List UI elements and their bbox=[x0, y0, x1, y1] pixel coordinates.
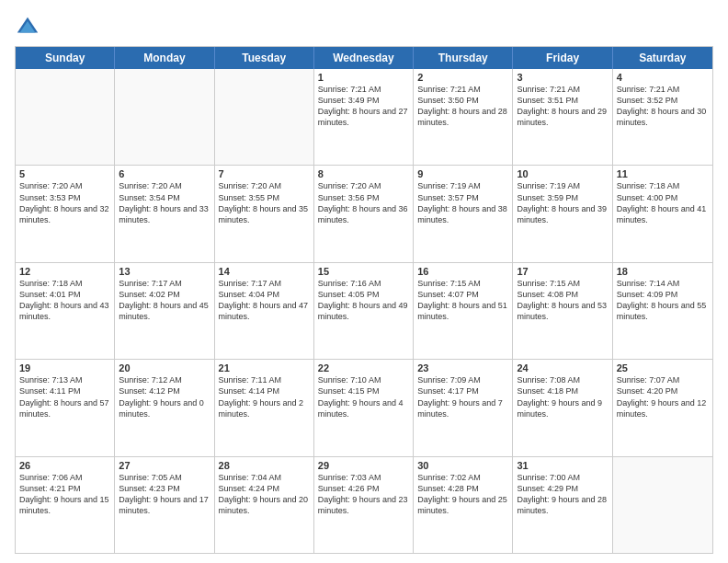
day-info: Sunrise: 7:18 AM Sunset: 4:00 PM Dayligh… bbox=[617, 180, 709, 225]
calendar-cell bbox=[613, 457, 712, 553]
calendar-cell: 1Sunrise: 7:21 AM Sunset: 3:49 PM Daylig… bbox=[314, 69, 414, 165]
day-info: Sunrise: 7:18 AM Sunset: 4:01 PM Dayligh… bbox=[19, 278, 110, 323]
calendar-row-5: 26Sunrise: 7:06 AM Sunset: 4:21 PM Dayli… bbox=[16, 456, 712, 553]
calendar-cell: 23Sunrise: 7:09 AM Sunset: 4:17 PM Dayli… bbox=[414, 360, 513, 455]
calendar-cell bbox=[115, 69, 214, 165]
calendar-cell: 24Sunrise: 7:08 AM Sunset: 4:18 PM Dayli… bbox=[513, 360, 612, 455]
header-day-tuesday: Tuesday bbox=[215, 47, 314, 69]
calendar-cell: 8Sunrise: 7:20 AM Sunset: 3:56 PM Daylig… bbox=[314, 166, 414, 261]
day-number: 12 bbox=[19, 266, 110, 277]
day-number: 22 bbox=[318, 362, 409, 373]
day-number: 16 bbox=[417, 266, 508, 277]
day-info: Sunrise: 7:13 AM Sunset: 4:11 PM Dayligh… bbox=[19, 374, 110, 419]
day-info: Sunrise: 7:09 AM Sunset: 4:17 PM Dayligh… bbox=[417, 374, 508, 419]
calendar-cell: 16Sunrise: 7:15 AM Sunset: 4:07 PM Dayli… bbox=[414, 263, 513, 359]
day-info: Sunrise: 7:17 AM Sunset: 4:02 PM Dayligh… bbox=[119, 278, 210, 323]
day-info: Sunrise: 7:02 AM Sunset: 4:28 PM Dayligh… bbox=[417, 472, 508, 517]
day-number: 13 bbox=[119, 266, 210, 277]
calendar-cell: 6Sunrise: 7:20 AM Sunset: 3:54 PM Daylig… bbox=[115, 166, 214, 261]
calendar-cell: 29Sunrise: 7:03 AM Sunset: 4:26 PM Dayli… bbox=[314, 457, 414, 553]
day-info: Sunrise: 7:15 AM Sunset: 4:07 PM Dayligh… bbox=[417, 278, 508, 323]
day-number: 23 bbox=[417, 362, 508, 373]
calendar-cell bbox=[215, 69, 314, 165]
day-info: Sunrise: 7:12 AM Sunset: 4:12 PM Dayligh… bbox=[119, 374, 210, 419]
header-day-saturday: Saturday bbox=[613, 47, 712, 69]
day-info: Sunrise: 7:20 AM Sunset: 3:55 PM Dayligh… bbox=[219, 180, 310, 225]
header-day-sunday: Sunday bbox=[16, 47, 115, 69]
day-number: 9 bbox=[417, 168, 508, 179]
day-info: Sunrise: 7:15 AM Sunset: 4:08 PM Dayligh… bbox=[517, 278, 608, 323]
day-info: Sunrise: 7:05 AM Sunset: 4:23 PM Dayligh… bbox=[119, 472, 210, 517]
day-number: 27 bbox=[119, 460, 210, 471]
day-info: Sunrise: 7:10 AM Sunset: 4:15 PM Dayligh… bbox=[318, 374, 409, 419]
day-number: 29 bbox=[318, 460, 409, 471]
day-number: 26 bbox=[19, 460, 110, 471]
day-info: Sunrise: 7:19 AM Sunset: 3:57 PM Dayligh… bbox=[417, 180, 508, 225]
header-day-monday: Monday bbox=[115, 47, 214, 69]
day-info: Sunrise: 7:20 AM Sunset: 3:54 PM Dayligh… bbox=[119, 180, 210, 225]
calendar-body: 1Sunrise: 7:21 AM Sunset: 3:49 PM Daylig… bbox=[16, 69, 712, 553]
calendar-cell: 20Sunrise: 7:12 AM Sunset: 4:12 PM Dayli… bbox=[115, 360, 214, 455]
day-info: Sunrise: 7:08 AM Sunset: 4:18 PM Dayligh… bbox=[517, 374, 608, 419]
calendar-cell: 10Sunrise: 7:19 AM Sunset: 3:59 PM Dayli… bbox=[513, 166, 612, 261]
calendar-row-3: 12Sunrise: 7:18 AM Sunset: 4:01 PM Dayli… bbox=[16, 262, 712, 359]
calendar: SundayMondayTuesdayWednesdayThursdayFrid… bbox=[15, 46, 713, 554]
calendar-cell: 19Sunrise: 7:13 AM Sunset: 4:11 PM Dayli… bbox=[16, 360, 115, 455]
calendar-cell: 31Sunrise: 7:00 AM Sunset: 4:29 PM Dayli… bbox=[513, 457, 612, 553]
day-number: 19 bbox=[19, 362, 110, 373]
day-info: Sunrise: 7:21 AM Sunset: 3:50 PM Dayligh… bbox=[417, 84, 508, 129]
day-info: Sunrise: 7:19 AM Sunset: 3:59 PM Dayligh… bbox=[517, 180, 608, 225]
day-number: 17 bbox=[517, 266, 608, 277]
calendar-cell: 11Sunrise: 7:18 AM Sunset: 4:00 PM Dayli… bbox=[613, 166, 712, 261]
calendar-cell: 4Sunrise: 7:21 AM Sunset: 3:52 PM Daylig… bbox=[613, 69, 712, 165]
day-number: 6 bbox=[119, 168, 210, 179]
header bbox=[15, 11, 713, 40]
day-number: 25 bbox=[617, 362, 709, 373]
day-number: 14 bbox=[219, 266, 310, 277]
calendar-cell: 22Sunrise: 7:10 AM Sunset: 4:15 PM Dayli… bbox=[314, 360, 414, 455]
day-number: 15 bbox=[318, 266, 409, 277]
day-number: 8 bbox=[318, 168, 409, 179]
calendar-cell: 13Sunrise: 7:17 AM Sunset: 4:02 PM Dayli… bbox=[115, 263, 214, 359]
day-number: 7 bbox=[219, 168, 310, 179]
day-number: 31 bbox=[517, 460, 608, 471]
day-info: Sunrise: 7:04 AM Sunset: 4:24 PM Dayligh… bbox=[219, 472, 310, 517]
calendar-cell: 2Sunrise: 7:21 AM Sunset: 3:50 PM Daylig… bbox=[414, 69, 513, 165]
header-day-wednesday: Wednesday bbox=[314, 47, 414, 69]
day-info: Sunrise: 7:03 AM Sunset: 4:26 PM Dayligh… bbox=[318, 472, 409, 517]
day-number: 21 bbox=[219, 362, 310, 373]
calendar-cell: 21Sunrise: 7:11 AM Sunset: 4:14 PM Dayli… bbox=[215, 360, 314, 455]
day-info: Sunrise: 7:07 AM Sunset: 4:20 PM Dayligh… bbox=[617, 374, 709, 419]
calendar-cell: 15Sunrise: 7:16 AM Sunset: 4:05 PM Dayli… bbox=[314, 263, 414, 359]
calendar-cell: 5Sunrise: 7:20 AM Sunset: 3:53 PM Daylig… bbox=[16, 166, 115, 261]
day-info: Sunrise: 7:21 AM Sunset: 3:52 PM Dayligh… bbox=[617, 84, 709, 129]
calendar-row-4: 19Sunrise: 7:13 AM Sunset: 4:11 PM Dayli… bbox=[16, 359, 712, 455]
calendar-cell: 30Sunrise: 7:02 AM Sunset: 4:28 PM Dayli… bbox=[414, 457, 513, 553]
logo bbox=[15, 15, 44, 40]
calendar-cell: 14Sunrise: 7:17 AM Sunset: 4:04 PM Dayli… bbox=[215, 263, 314, 359]
calendar-row-1: 1Sunrise: 7:21 AM Sunset: 3:49 PM Daylig… bbox=[16, 69, 712, 165]
day-number: 2 bbox=[417, 72, 508, 83]
calendar-cell: 28Sunrise: 7:04 AM Sunset: 4:24 PM Dayli… bbox=[215, 457, 314, 553]
calendar-cell: 18Sunrise: 7:14 AM Sunset: 4:09 PM Dayli… bbox=[613, 263, 712, 359]
day-info: Sunrise: 7:14 AM Sunset: 4:09 PM Dayligh… bbox=[617, 278, 709, 323]
logo-icon bbox=[15, 15, 40, 40]
calendar-cell bbox=[16, 69, 115, 165]
day-number: 24 bbox=[517, 362, 608, 373]
calendar-cell: 3Sunrise: 7:21 AM Sunset: 3:51 PM Daylig… bbox=[513, 69, 612, 165]
calendar-cell: 27Sunrise: 7:05 AM Sunset: 4:23 PM Dayli… bbox=[115, 457, 214, 553]
calendar-cell: 12Sunrise: 7:18 AM Sunset: 4:01 PM Dayli… bbox=[16, 263, 115, 359]
day-number: 28 bbox=[219, 460, 310, 471]
day-number: 18 bbox=[617, 266, 709, 277]
day-number: 20 bbox=[119, 362, 210, 373]
header-day-thursday: Thursday bbox=[414, 47, 513, 69]
day-info: Sunrise: 7:06 AM Sunset: 4:21 PM Dayligh… bbox=[19, 472, 110, 517]
page: SundayMondayTuesdayWednesdayThursdayFrid… bbox=[0, 0, 728, 563]
calendar-cell: 25Sunrise: 7:07 AM Sunset: 4:20 PM Dayli… bbox=[613, 360, 712, 455]
day-info: Sunrise: 7:16 AM Sunset: 4:05 PM Dayligh… bbox=[318, 278, 409, 323]
day-info: Sunrise: 7:21 AM Sunset: 3:49 PM Dayligh… bbox=[318, 84, 409, 129]
day-number: 4 bbox=[617, 72, 709, 83]
day-number: 30 bbox=[417, 460, 508, 471]
day-info: Sunrise: 7:17 AM Sunset: 4:04 PM Dayligh… bbox=[219, 278, 310, 323]
day-info: Sunrise: 7:20 AM Sunset: 3:53 PM Dayligh… bbox=[19, 180, 110, 225]
